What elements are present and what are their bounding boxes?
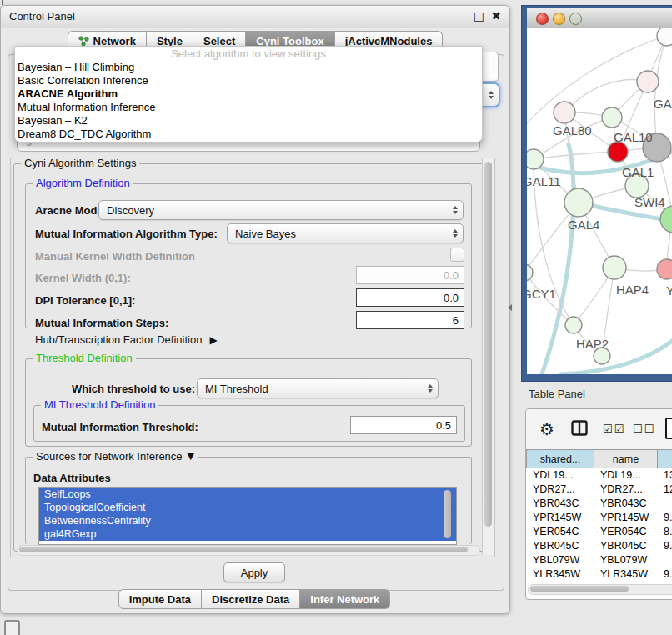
settings-vertical-scrollbar[interactable] <box>482 158 494 555</box>
split-columns-icon[interactable] <box>571 420 588 436</box>
dpi-tolerance-value: 0.0 <box>444 292 459 304</box>
node-label-hap4: HAP4 <box>616 282 649 297</box>
tab-impute-data[interactable]: Impute Data <box>118 589 202 609</box>
cell-shared-name: YBR045C <box>527 539 594 553</box>
tab-infer-network-label: Infer Network <box>310 593 379 606</box>
network-graph: GAL GAL80 GAL10 GAL1 GAL11 SWI4 GAL4 GCY… <box>527 28 672 374</box>
table-header-shared-name[interactable]: shared... <box>526 449 594 468</box>
dropdown-item-basic-correlation[interactable]: Basic Correlation Inference <box>15 74 482 88</box>
sources-group-title[interactable]: Sources for Network Inference ▼ <box>33 450 198 462</box>
close-window-icon[interactable]: ✖ <box>491 9 501 22</box>
node-gal-cut[interactable] <box>637 71 659 92</box>
new-table-icon[interactable] <box>665 418 672 439</box>
cell-shared-name: YBR043C <box>527 497 594 511</box>
table-header-cut[interactable] <box>658 449 672 468</box>
attribute-item-gal4rgexp[interactable]: gal4RGexp <box>39 528 456 541</box>
node-gcy1[interactable] <box>527 264 533 281</box>
table-row[interactable]: YPR145W YPR145W 9. <box>527 511 672 525</box>
node-green-right[interactable] <box>660 206 672 232</box>
cell-value: 12 <box>658 482 672 497</box>
cell-value <box>658 497 672 511</box>
table-body[interactable]: YDL19... YDL19... 13 YDR27... YDR27... 1… <box>527 468 672 585</box>
cyni-bottom-tabbar: Impute Data Discretize Data Infer Networ… <box>0 589 509 609</box>
collapsed-arrow-icon: ▶ <box>209 334 217 346</box>
cell-shared-name: YBL079W <box>527 553 594 568</box>
network-window-titlebar[interactable] <box>527 8 672 28</box>
dpi-tolerance-field[interactable]: 0.0 <box>356 288 464 307</box>
node-gal4[interactable] <box>564 188 593 217</box>
manual-kernel-width-checkbox[interactable] <box>450 248 464 262</box>
mi-steps-field[interactable]: 6 <box>356 311 464 329</box>
table-row[interactable]: YBR045C YBR045C 9. <box>527 539 672 553</box>
aracne-mode-combobox[interactable]: Discovery <box>98 200 464 220</box>
zoom-traffic-light-icon[interactable] <box>569 12 582 25</box>
gear-icon[interactable]: ⚙ <box>539 419 554 439</box>
apply-button[interactable]: Apply <box>223 562 285 582</box>
settings-horizontal-scrollbar[interactable] <box>17 545 480 556</box>
network-node-labels: GAL GAL80 GAL10 GAL1 GAL11 SWI4 GAL4 GCY… <box>527 97 672 351</box>
node-pink-right[interactable] <box>657 259 672 279</box>
node-gal11[interactable] <box>527 149 544 169</box>
table-row[interactable]: YER054C YER054C 8. <box>527 525 672 539</box>
deselect-all-checkboxes-icon[interactable]: ☐☐ <box>633 422 655 435</box>
table-row[interactable]: YDR27... YDR27... 12 <box>527 482 672 497</box>
close-traffic-light-icon[interactable] <box>536 12 549 25</box>
table-panel-window: ⚙ ☑☑ ☐☐ shared... name YDL19... YDL19...… <box>525 408 672 600</box>
dropdown-item-bayesian-k2[interactable]: Bayesian – K2 <box>15 114 482 128</box>
dropdown-item-mutual-information[interactable]: Mutual Information Inference <box>15 101 482 114</box>
kernel-width-value: 0.0 <box>444 269 459 282</box>
settings-vertical-scrollbar-thumb[interactable] <box>484 162 492 527</box>
node-label-hap2: HAP2 <box>576 337 609 351</box>
attribute-item-selfloops[interactable]: SelfLoops <box>39 488 456 501</box>
table-header-name[interactable]: name <box>594 449 658 468</box>
cell-value: 9. <box>658 568 672 582</box>
dropdown-item-dream8[interactable]: Dream8 DC_TDC Algorithm <box>15 128 482 141</box>
combo-stepper-icon <box>453 229 458 238</box>
control-panel-titlebar[interactable]: Control Panel □ ✖ <box>1 6 509 28</box>
table-horizontal-scrollbar-thumb[interactable] <box>530 586 629 592</box>
node-gal10[interactable] <box>602 108 622 128</box>
mi-steps-label: Mutual Information Steps: <box>35 317 168 329</box>
cell-shared-name: YDR27... <box>527 482 594 497</box>
tab-discretize-data[interactable]: Discretize Data <box>202 589 300 609</box>
node-hap2[interactable] <box>565 317 582 333</box>
which-threshold-combobox[interactable]: MI Threshold <box>197 378 439 398</box>
mi-threshold-definition-title: MI Threshold Definition <box>41 398 158 411</box>
node-label-gcy1: GCY1 <box>527 287 556 301</box>
table-row[interactable]: YBR043C YBR043C <box>527 497 672 511</box>
table-row[interactable]: YDL19... YDL19... 13 <box>527 468 672 482</box>
cyni-algorithm-settings-title: Cyni Algorithm Settings <box>21 157 139 169</box>
dropdown-placeholder: Select algorithm to view settings <box>15 47 482 61</box>
network-canvas[interactable]: GAL GAL80 GAL10 GAL1 GAL11 SWI4 GAL4 GCY… <box>527 28 672 374</box>
floating-panel-icon[interactable] <box>4 620 20 635</box>
kernel-width-field[interactable]: 0.0 <box>356 266 464 284</box>
node-label-gal11: GAL11 <box>527 174 561 188</box>
node-hap4[interactable] <box>603 256 626 279</box>
dropdown-item-bayesian-hill[interactable]: Bayesian – Hill Climbing <box>15 61 482 74</box>
node-unlabeled-top[interactable] <box>657 28 672 46</box>
minimize-traffic-light-icon[interactable] <box>553 12 565 25</box>
hub-definition-expander[interactable]: Hub/Transcription Factor Definition ▶ <box>35 333 218 346</box>
cell-shared-name: YLR345W <box>527 568 594 582</box>
panel-splitter-handle[interactable] <box>508 304 512 311</box>
hub-definition-label: Hub/Transcription Factor Definition <box>35 333 202 346</box>
settings-horizontal-scrollbar-thumb[interactable] <box>19 547 468 552</box>
table-row[interactable]: YBL079W YBL079W <box>527 553 672 568</box>
attribute-item-betweennesscentrality[interactable]: BetweennessCentrality <box>39 514 456 528</box>
node-gal80[interactable] <box>554 102 575 123</box>
node-gal1-red[interactable] <box>608 142 628 162</box>
dropdown-item-aracne[interactable]: ARACNE Algorithm <box>15 88 482 101</box>
mi-threshold-field[interactable]: 0.5 <box>350 416 457 434</box>
table-row[interactable]: YLR345W YLR345W 9. <box>527 568 672 582</box>
attribute-list-scrollbar[interactable] <box>444 490 451 538</box>
attribute-item-topologicalcoefficient[interactable]: TopologicalCoefficient <box>39 501 456 514</box>
float-window-icon[interactable]: □ <box>474 9 484 22</box>
network-view-window[interactable]: GAL GAL80 GAL10 GAL1 GAL11 SWI4 GAL4 GCY… <box>521 5 672 382</box>
tab-infer-network[interactable]: Infer Network <box>300 589 390 609</box>
select-all-checkboxes-icon[interactable]: ☑☑ <box>603 422 625 435</box>
table-header-name-label: name <box>613 453 639 465</box>
expanded-arrow-icon: ▼ <box>188 451 194 462</box>
data-attributes-list[interactable]: SelfLoops TopologicalCoefficient Between… <box>38 487 457 545</box>
mi-algorithm-type-combobox[interactable]: Naive Bayes <box>227 223 464 243</box>
table-horizontal-scrollbar[interactable] <box>528 584 672 595</box>
